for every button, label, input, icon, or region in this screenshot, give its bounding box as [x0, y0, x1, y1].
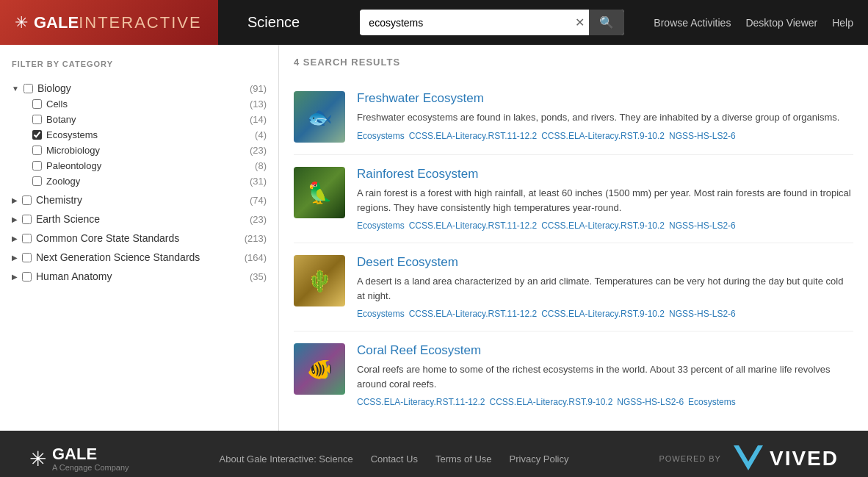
coral-reef-thumbnail[interactable]: 🐠 [294, 343, 345, 395]
filter-zoology-item[interactable]: Zoology (31) [32, 173, 267, 189]
brand-logo: ✳ GALE INTERACTIVE [0, 0, 218, 45]
desert-tag-1[interactable]: CCSS.ELA-Literacy.RST.11-12.2 [409, 309, 538, 319]
ngss-checkbox[interactable] [22, 253, 32, 262]
cells-count: (13) [250, 98, 267, 110]
biology-label: Biology [37, 82, 245, 94]
desert-tag-0[interactable]: Ecosystems [357, 309, 405, 319]
coral-reef-tag-1[interactable]: CCSS.ELA-Literacy.RST.9-10.2 [490, 397, 613, 407]
search-results: 4 SEARCH RESULTS 🐟 Freshwater Ecosystem … [279, 45, 868, 431]
coral-reef-thumb-icon: 🐠 [294, 343, 345, 395]
filter-earth-science-item[interactable]: ▶ Earth Science (23) [12, 211, 267, 227]
help-link[interactable]: Help [832, 17, 853, 29]
desert-tags: Ecosystems CCSS.ELA-Literacy.RST.11-12.2… [357, 309, 853, 319]
footer-privacy-link[interactable]: Privacy Policy [510, 453, 569, 465]
rainforest-tag-0[interactable]: Ecosystems [357, 220, 405, 231]
browse-activities-link[interactable]: Browse Activities [654, 17, 731, 29]
coral-reef-tag-3[interactable]: Ecosystems [688, 397, 736, 407]
filter-human-anatomy-item[interactable]: ▶ Human Anatomy (35) [12, 268, 267, 284]
rainforest-thumbnail[interactable]: 🦜 [294, 167, 345, 218]
sidebar: FILTER BY CATEGORY ▼ Biology (91) Cells … [0, 45, 279, 431]
desert-thumb-icon: 🌵 [294, 255, 345, 306]
freshwater-tag-1[interactable]: CCSS.ELA-Literacy.RST.11-12.2 [409, 131, 538, 141]
cells-label: Cells [46, 98, 245, 110]
biology-expand-arrow: ▼ [12, 85, 19, 93]
rainforest-description: A rain forest is a forest with high rain… [357, 186, 853, 215]
footer-gale-icon: ✳ [29, 447, 46, 471]
botany-checkbox[interactable] [32, 115, 42, 124]
coral-reef-tag-2[interactable]: NGSS-HS-LS2-6 [617, 397, 684, 407]
footer-brand: ✳ GALE A Cengage Company [29, 445, 129, 472]
filter-ngss-item[interactable]: ▶ Next Generation Science Standards (164… [12, 249, 267, 265]
filter-botany-item[interactable]: Botany (14) [32, 112, 267, 127]
microbiology-count: (23) [250, 145, 267, 156]
powered-by-label: POWERED BY [659, 454, 721, 463]
result-card-freshwater: 🐟 Freshwater Ecosystem Freshwater ecosys… [294, 79, 853, 155]
freshwater-tag-0[interactable]: Ecosystems [357, 131, 405, 141]
ecosystems-checkbox[interactable] [32, 130, 42, 140]
paleontology-checkbox[interactable] [32, 161, 42, 171]
microbiology-checkbox[interactable] [32, 146, 42, 155]
desert-title[interactable]: Desert Ecosystem [357, 255, 853, 270]
footer-contact-link[interactable]: Contact Us [371, 453, 418, 465]
coral-reef-info: Coral Reef Ecosystem Coral reefs are hom… [357, 343, 853, 407]
filter-category-human-anatomy: ▶ Human Anatomy (35) [12, 268, 267, 284]
filter-chemistry-item[interactable]: ▶ Chemistry (74) [12, 192, 267, 208]
desert-description: A desert is a land area characterized by… [357, 274, 853, 303]
filter-paleontology-item[interactable]: Paleontology (8) [32, 158, 267, 173]
rainforest-tag-2[interactable]: CCSS.ELA-Literacy.RST.9-10.2 [541, 220, 665, 231]
filter-category-ccss: ▶ Common Core State Standards (213) [12, 230, 267, 246]
desert-tag-2[interactable]: CCSS.ELA-Literacy.RST.9-10.2 [541, 309, 665, 319]
search-submit-button[interactable]: 🔍 [589, 10, 624, 35]
ccss-checkbox[interactable] [22, 234, 32, 243]
coral-reef-title[interactable]: Coral Reef Ecosystem [357, 343, 853, 358]
search-input[interactable] [360, 11, 571, 35]
filter-cells-item[interactable]: Cells (13) [32, 96, 267, 112]
rainforest-title[interactable]: Rainforest Ecosystem [357, 167, 853, 182]
human-anatomy-checkbox[interactable] [22, 272, 32, 281]
desert-thumbnail[interactable]: 🌵 [294, 255, 345, 306]
zoology-count: (31) [250, 176, 267, 187]
rainforest-tag-3[interactable]: NGSS-HS-LS2-6 [669, 220, 736, 231]
vived-logo: VIVED [730, 442, 839, 475]
rainforest-info: Rainforest Ecosystem A rain forest is a … [357, 167, 853, 231]
footer-terms-link[interactable]: Terms of Use [435, 453, 492, 465]
freshwater-tag-2[interactable]: CCSS.ELA-Literacy.RST.9-10.2 [541, 131, 665, 141]
freshwater-thumb-icon: 🐟 [294, 91, 345, 143]
zoology-checkbox[interactable] [32, 176, 42, 186]
filter-microbiology-item[interactable]: Microbiology (23) [32, 143, 267, 158]
earth-science-checkbox[interactable] [22, 215, 32, 224]
biology-subcategories: Cells (13) Botany (14) Ecosystems (4) Mi… [12, 96, 267, 189]
chemistry-checkbox[interactable] [22, 196, 32, 205]
earth-science-count: (23) [250, 214, 267, 225]
footer-about-link[interactable]: About Gale Interactive: Science [220, 453, 353, 465]
cells-checkbox[interactable] [32, 99, 42, 109]
header: ✳ GALE INTERACTIVE Science ✕ 🔍 Browse Ac… [0, 0, 868, 45]
main-container: FILTER BY CATEGORY ▼ Biology (91) Cells … [0, 45, 868, 431]
ecosystems-count: (4) [255, 129, 267, 140]
header-nav: Browse Activities Desktop Viewer Help [654, 17, 853, 29]
clear-search-button[interactable]: ✕ [571, 11, 589, 34]
human-anatomy-label: Human Anatomy [36, 270, 245, 282]
gale-star-icon: ✳ [15, 13, 28, 32]
brand-interactive: INTERACTIVE [79, 13, 201, 32]
freshwater-tag-3[interactable]: NGSS-HS-LS2-6 [669, 131, 736, 141]
filter-category-earth-science: ▶ Earth Science (23) [12, 211, 267, 227]
filter-ccss-item[interactable]: ▶ Common Core State Standards (213) [12, 230, 267, 246]
freshwater-info: Freshwater Ecosystem Freshwater ecosyste… [357, 91, 853, 143]
filter-ecosystems-item[interactable]: Ecosystems (4) [32, 127, 267, 143]
freshwater-title[interactable]: Freshwater Ecosystem [357, 91, 853, 106]
ngss-count: (164) [245, 252, 267, 263]
human-anatomy-count: (35) [250, 271, 267, 282]
ccss-expand-arrow: ▶ [12, 234, 18, 243]
brand-gale: GALE [34, 13, 79, 32]
chemistry-count: (74) [250, 195, 267, 206]
rainforest-tag-1[interactable]: CCSS.ELA-Literacy.RST.11-12.2 [409, 220, 538, 231]
ccss-count: (213) [245, 233, 267, 244]
desktop-viewer-link[interactable]: Desktop Viewer [745, 17, 817, 29]
coral-reef-tag-0[interactable]: CCSS.ELA-Literacy.RST.11-12.2 [357, 397, 485, 407]
biology-checkbox[interactable] [23, 84, 33, 93]
freshwater-description: Freshwater ecosystems are found in lakes… [357, 110, 853, 125]
desert-tag-3[interactable]: NGSS-HS-LS2-6 [669, 309, 736, 319]
freshwater-thumbnail[interactable]: 🐟 [294, 91, 345, 143]
filter-biology-item[interactable]: ▼ Biology (91) [12, 80, 267, 96]
